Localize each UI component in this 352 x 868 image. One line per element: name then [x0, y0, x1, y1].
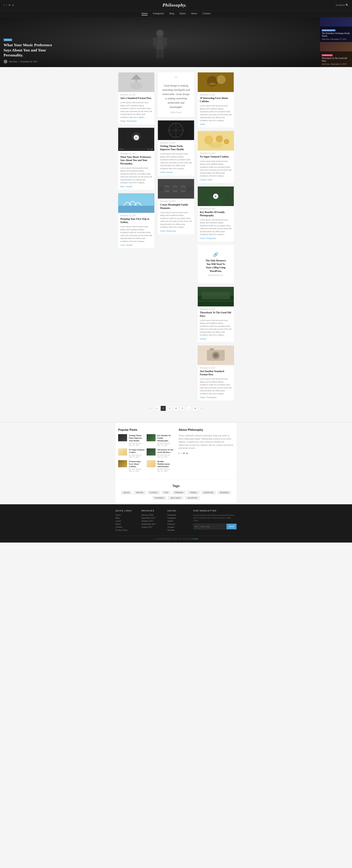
footer-social-instagram[interactable]: Instagram	[167, 517, 189, 519]
pagination-page-2[interactable]: 2	[161, 406, 166, 411]
tag-recipe[interactable]: RECIPE	[134, 491, 146, 495]
volume-icon[interactable]: 🔊	[151, 148, 153, 150]
popular-post-4[interactable]: Key Benefits Of Family Photography. By J…	[147, 434, 173, 446]
social-rss[interactable]: ●	[12, 4, 14, 7]
about-social-facebook[interactable]: f	[179, 452, 180, 455]
pagination-page-1[interactable]: 1	[154, 406, 159, 411]
post-tag-photography-fp[interactable]: Photography	[206, 237, 216, 239]
hero-main[interactable]: MUSIC What Your Music Preference Says Ab…	[0, 17, 320, 67]
pagination-next[interactable]: →	[199, 406, 204, 411]
post-tag-lifestyle-throwback[interactable]: Lifestyle	[200, 338, 206, 340]
footer-archive-nov[interactable]: November 2017	[141, 517, 163, 519]
post-tag-health-caffeine[interactable]: Health	[200, 123, 205, 125]
tag-self-help[interactable]: SELF-HELP	[168, 496, 184, 500]
tag-reading[interactable]: READING	[217, 491, 231, 495]
post-tag-health[interactable]: Health	[160, 172, 165, 173]
post-tag-photography[interactable]: Photography	[127, 120, 137, 122]
pagination-page-3[interactable]: 3	[167, 406, 172, 411]
footer-social-stumble[interactable]: Stumble	[167, 529, 189, 531]
tag-running[interactable]: RUNNING	[152, 496, 166, 500]
footer-link-blog[interactable]: Blog	[116, 517, 137, 519]
nav-home[interactable]: Home	[141, 12, 148, 16]
popular-post-6[interactable]: Healthy Mediterranean Salad Recipes By J…	[147, 460, 173, 472]
video-play-btn-photo[interactable]: ▶	[213, 194, 218, 199]
about-social-rss[interactable]: ●	[186, 452, 188, 455]
post-tag-cooking[interactable]: Cooking	[200, 179, 206, 181]
footer-link-contact[interactable]: Contact	[116, 526, 137, 528]
post-tag-design[interactable]: Design	[120, 120, 126, 122]
post-card-throwback[interactable]: December 10, 2017 Throwback To The Good …	[198, 287, 234, 342]
post-tag-relationship[interactable]: Relationship	[166, 230, 176, 232]
nav-blog[interactable]: Blog	[169, 12, 174, 16]
pagination-page-4[interactable]: 4	[173, 406, 179, 411]
post-card-caffeine[interactable]: December 10, 2017 10 Interesting Facts A…	[198, 72, 234, 127]
post-card-music[interactable]: ▶ ▶ 00:00 00:00 🔊 December 15, 2017 What…	[118, 128, 154, 190]
tag-exercise[interactable]: EXERCISE	[201, 491, 216, 495]
hero-side-card-1[interactable]: MANAGEMENT The Pomodoro Technique Really…	[320, 17, 352, 42]
footer-social-twitter[interactable]: Twitter	[167, 520, 189, 522]
footer-archive-sep[interactable]: September 2017	[141, 523, 163, 525]
post-tag-photography-2[interactable]: Photography	[206, 397, 216, 398]
footer-social-facebook[interactable]: Facebook	[167, 514, 189, 516]
post-card-theme-parks[interactable]: December 10, 2017 Visiting Theme Parks I…	[158, 121, 194, 176]
footer-link-lorem[interactable]: Lorem	[116, 520, 137, 522]
post-tag-lifestyle[interactable]: Lifestyle	[126, 186, 132, 188]
tag-friends[interactable]: FRIENDS	[172, 491, 186, 495]
popular-post-3[interactable]: 10 Interesting Facts About Caffeine. By …	[118, 460, 145, 472]
popular-post-1[interactable]: Visiting Theme Parks Improves Your Healt…	[118, 434, 145, 446]
video-play-button[interactable]: ▶	[134, 135, 139, 140]
about-social-email[interactable]: ✉	[183, 452, 185, 455]
tag-places[interactable]: PLACES	[147, 491, 160, 495]
footer-link-privacy[interactable]: Privacy Policy	[116, 529, 137, 531]
header-search[interactable]: SEARCH 🔍	[335, 4, 348, 7]
popular-post-5[interactable]: Throwback To The Good Old Days. By John …	[147, 448, 173, 458]
video-controls[interactable]: ▶ 00:00 00:00 🔊	[118, 147, 154, 151]
nav-contact[interactable]: Contact	[202, 12, 211, 16]
post-card-standard-format[interactable]: December 15, 2017 Just a Standard Format…	[118, 72, 154, 124]
social-email[interactable]: ✉	[8, 4, 10, 7]
post-date-music: December 15, 2017	[120, 153, 152, 155]
footer-social-pinterest[interactable]: Pinterest	[167, 523, 189, 525]
post-card-oatmeal[interactable]: December 10, 2017 No Sugar Oatmeal Cooki…	[198, 131, 234, 183]
nav-styles[interactable]: Styles	[180, 12, 186, 16]
footer-link-home[interactable]: Home	[116, 514, 137, 516]
newsletter-send-button[interactable]: SEND	[227, 524, 236, 529]
tag-salad[interactable]: SALAD	[121, 491, 132, 495]
tag-vacation[interactable]: VACATION	[185, 496, 200, 500]
post-card-family-photo[interactable]: ▶ December 10, 2017 Key Benefits Of Fami…	[198, 186, 234, 242]
post-tag-travel[interactable]: Travel	[120, 244, 125, 246]
social-twitter[interactable]: t	[6, 4, 7, 7]
post-tag-family[interactable]: Family	[160, 230, 165, 232]
footer-archive-aug[interactable]: August 2017	[141, 526, 163, 528]
post-tag-music[interactable]: Music	[120, 186, 125, 188]
popular-post-2[interactable]: No Sugar Oatmeal Cookies. By John Doe on…	[118, 448, 145, 458]
post-date-family-photo: December 10, 2017	[200, 208, 232, 210]
nav-about[interactable]: About	[191, 12, 197, 16]
newsletter-form[interactable]: ✉ SEND	[193, 524, 236, 529]
newsletter-email-input[interactable]	[199, 524, 227, 529]
post-tag-vacation[interactable]: Vacation	[126, 244, 133, 246]
post-tag-family-photo[interactable]: Family	[200, 237, 205, 239]
post-card-standard-2[interactable]: December 10, 2017 Just Another Standard …	[198, 346, 234, 401]
footer-archive-jan[interactable]: January 2018	[141, 514, 163, 516]
post-card-family-moments[interactable]: December 10, 2017 Create Meaningful Fami…	[158, 179, 194, 234]
footer-social-google[interactable]: Google+	[167, 526, 189, 528]
pagination-prev[interactable]: ←	[148, 406, 153, 411]
post-card-sydney[interactable]: December 21, 2017 Planning Your First Tr…	[118, 193, 154, 248]
hero-side-card-2[interactable]: LIFESTYLE Throwback To The Good Old Days…	[320, 42, 352, 67]
post-tag-design-2[interactable]: Design	[200, 397, 205, 398]
post-tag-health-oatmeal[interactable]: Health	[207, 179, 212, 181]
tag-travel[interactable]: TRAVEL	[187, 491, 200, 495]
footer-archive-oct[interactable]: October 2017	[141, 520, 163, 522]
colorlib-link[interactable]: Colorlib	[192, 538, 198, 540]
post-card-link[interactable]: 🔗 The Only Resource You Will Need To Sta…	[198, 245, 234, 283]
pagination-page-8[interactable]: 8	[193, 406, 198, 411]
pagination-page-5[interactable]: 5	[180, 406, 185, 411]
tag-tips[interactable]: TIPS	[161, 491, 171, 495]
about-social-twitter[interactable]: t	[181, 452, 182, 455]
footer-link-about[interactable]: About	[116, 523, 137, 525]
link-card-url[interactable]: http://yoursite.com	[205, 274, 227, 276]
post-tag-lifestyle-tp[interactable]: Lifestyle	[166, 172, 172, 173]
nav-categories[interactable]: Categories	[153, 12, 164, 16]
social-facebook[interactable]: f	[4, 4, 4, 7]
